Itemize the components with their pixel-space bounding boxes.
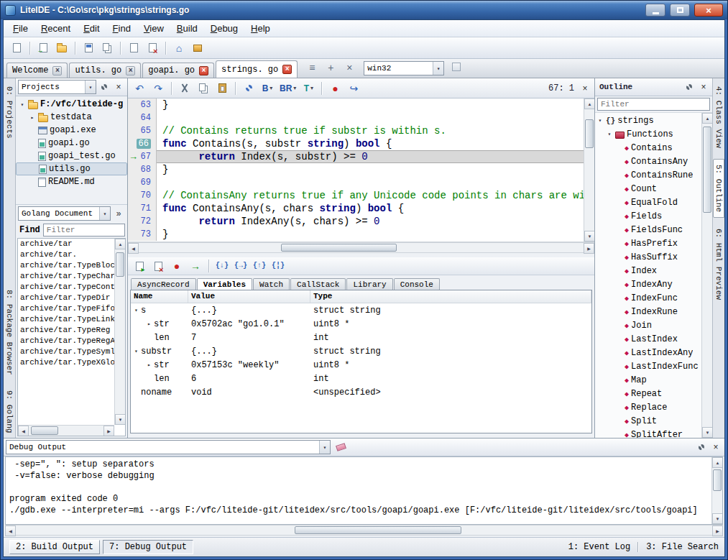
save-file-button[interactable] — [80, 40, 97, 57]
doc-list-item[interactable]: archive/tar.TypeXGlobalHeader — [18, 357, 114, 368]
statusbar-button-2-build-output[interactable]: 2: Build Output — [9, 540, 100, 554]
side-tab-4-class-view[interactable]: 4: Class View — [714, 81, 724, 153]
scroll-thumb[interactable] — [31, 426, 58, 435]
editor-vertical-scrollbar[interactable]: ▲ ▼ — [584, 98, 594, 242]
outline-filter-input[interactable] — [597, 98, 710, 111]
line-number-gutter[interactable]: 63 — [128, 98, 157, 111]
new-file-button[interactable] — [8, 40, 25, 57]
scroll-thumb[interactable] — [281, 244, 397, 252]
line-number-gutter[interactable]: 66 — [128, 137, 157, 150]
line-number-gutter[interactable]: 73 — [128, 228, 157, 241]
tab-utils-go[interactable]: utils. go× — [69, 63, 141, 78]
tab-close-icon[interactable]: × — [52, 66, 62, 75]
close-file-button[interactable] — [144, 40, 161, 57]
remove-breakpoint-button[interactable] — [149, 257, 167, 275]
panel-selector[interactable]: Projects ▾ — [18, 80, 96, 94]
home-button[interactable]: ⌂ — [170, 40, 188, 57]
debug-tab-variables[interactable]: Variables — [197, 278, 252, 290]
outline-item-join[interactable]: ◆Join — [595, 318, 701, 332]
output-close-button[interactable]: × — [709, 441, 722, 454]
scroll-right-button[interactable]: ▶ — [584, 243, 594, 254]
variable-row[interactable]: ▾substr{...}struct string — [131, 344, 591, 358]
doc-list-item[interactable]: archive/tar — [18, 239, 114, 249]
undo-button[interactable]: ↶ — [131, 80, 148, 97]
outline-item-index[interactable]: ◆Index — [595, 264, 701, 277]
split-editor-button[interactable]: + — [322, 59, 339, 76]
doc-list-item[interactable]: archive/tar.TypeRegA — [18, 336, 114, 346]
scroll-thumb[interactable] — [713, 469, 722, 491]
target-selector[interactable]: win32 ▾ — [364, 61, 444, 75]
menu-item-recent[interactable]: Recent — [34, 21, 77, 36]
tree-item-f-vfc-liteide-g[interactable]: ▾F:/vfc/liteide-g — [16, 98, 127, 111]
scroll-up-button[interactable]: ▲ — [115, 239, 126, 249]
outline-menu-button[interactable] — [683, 81, 696, 93]
tab-welcome[interactable]: Welcome× — [6, 63, 68, 78]
output-vertical-scrollbar[interactable]: ▲ ▼ — [711, 457, 722, 524]
insert-breakpoint-button[interactable] — [131, 257, 148, 275]
expander-icon[interactable]: ▾ — [19, 101, 26, 108]
outline-item-splitafter[interactable]: ◆SplitAfter — [595, 428, 701, 438]
menu-item-edit[interactable]: Edit — [77, 21, 106, 36]
outline-item-containsrune[interactable]: ◆ContainsRune — [595, 168, 701, 182]
tab-close-icon[interactable]: × — [199, 66, 208, 75]
outline-item-lastindexfunc[interactable]: ◆LastIndexFunc — [595, 359, 701, 373]
line-number-gutter[interactable]: 64 — [128, 111, 157, 124]
variable-row[interactable]: len7int — [131, 331, 591, 344]
debug-tab-watch[interactable]: Watch — [253, 278, 290, 290]
menu-item-view[interactable]: View — [137, 21, 170, 36]
doc-list-item[interactable]: archive/tar.TypeBlock — [18, 260, 114, 271]
build-menu-button[interactable]: B▾ — [259, 80, 276, 97]
export-button[interactable]: ↪ — [345, 80, 362, 97]
line-number-gutter[interactable]: 65 — [128, 124, 157, 137]
menu-item-find[interactable]: Find — [106, 21, 137, 36]
side-tab-5-outline[interactable]: 5: Outline — [713, 159, 724, 218]
stop-debug-button[interactable]: ● — [168, 257, 185, 275]
tab-close-icon[interactable]: × — [282, 65, 292, 74]
expander-icon[interactable]: ▸ — [29, 114, 36, 121]
code-editor[interactable]: 63}6465// Contains returns true if subst… — [128, 98, 594, 242]
scroll-down-button[interactable]: ▼ — [702, 427, 712, 438]
expander-icon[interactable]: ▾ — [132, 348, 140, 354]
continue-debug-button[interactable]: → — [187, 257, 204, 275]
build-button[interactable] — [240, 80, 257, 97]
test-menu-button[interactable]: T▾ — [300, 80, 317, 97]
scroll-up-button[interactable]: ▲ — [712, 457, 723, 468]
menu-item-file[interactable]: File — [6, 21, 34, 36]
side-tab-6-html-preview[interactable]: 6: Html Preview — [714, 224, 724, 305]
tab-close-icon[interactable]: × — [126, 66, 135, 75]
tree-item-goapi-go[interactable]: goapi.go — [16, 137, 127, 150]
more-button[interactable]: » — [112, 207, 125, 220]
doc-list-horizontal-scrollbar[interactable]: ◀ ▶ — [18, 425, 114, 436]
variable-row[interactable]: nonamevoid<unspecified> — [131, 385, 591, 399]
tab-strings-go[interactable]: strings. go× — [216, 60, 298, 78]
cut-button[interactable] — [176, 80, 193, 97]
outline-item-repeat[interactable]: ◆Repeat — [595, 387, 701, 400]
outline-item-strings[interactable]: ▾{}strings — [595, 114, 701, 127]
redo-button[interactable]: ↷ — [149, 80, 167, 97]
tree-item-testdata[interactable]: ▸testdata — [16, 111, 127, 124]
scroll-thumb[interactable] — [703, 127, 711, 213]
scroll-down-button[interactable]: ▼ — [712, 513, 723, 524]
find-filter-input[interactable] — [43, 224, 125, 237]
copy-button[interactable] — [195, 80, 212, 97]
build-config-button[interactable] — [189, 40, 206, 57]
expander-icon[interactable]: ▾ — [596, 117, 604, 124]
outline-item-equalfold[interactable]: ◆EqualFold — [595, 196, 701, 209]
debug-tab-library[interactable]: Library — [346, 278, 392, 290]
doc-list-item[interactable]: archive/tar.TypeFifo — [18, 303, 114, 314]
outline-item-contains[interactable]: ◆Contains — [595, 141, 701, 155]
scroll-down-button[interactable]: ▼ — [584, 231, 594, 242]
doc-list-item[interactable]: archive/tar.TypeChar — [18, 271, 114, 282]
outline-item-count[interactable]: ◆Count — [595, 182, 701, 196]
expander-icon[interactable]: ▾ — [132, 307, 140, 313]
statusbar-label-1-event-log[interactable]: 1: Event Log — [568, 542, 630, 552]
target-options-button[interactable] — [448, 58, 465, 75]
outline-item-split[interactable]: ◆Split — [595, 414, 701, 428]
reload-file-button[interactable] — [125, 40, 142, 57]
tab-goapi-go[interactable]: goapi. go× — [142, 63, 214, 78]
open-file-button[interactable] — [34, 40, 52, 57]
line-number-gutter[interactable]: 68 — [128, 163, 157, 176]
outline-item-replace[interactable]: ◆Replace — [595, 400, 701, 414]
outline-item-indexany[interactable]: ◆IndexAny — [595, 277, 701, 291]
menu-item-debug[interactable]: Debug — [204, 21, 244, 36]
